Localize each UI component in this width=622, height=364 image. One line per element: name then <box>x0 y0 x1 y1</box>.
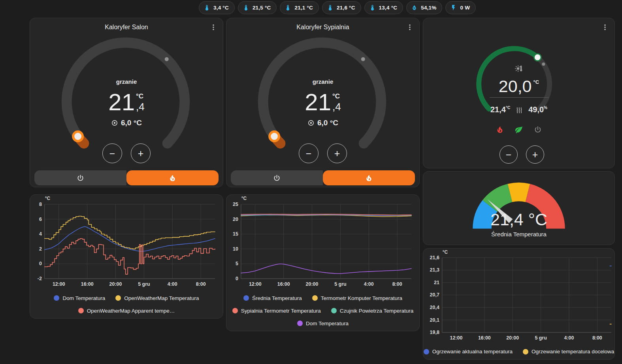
mode-off-button[interactable] <box>533 125 542 134</box>
legend-row: Średnia TemperaturaTermometr Komputer Te… <box>226 292 419 304</box>
legend-dot <box>424 349 429 355</box>
y-tick-label: 21 <box>434 280 439 285</box>
divider <box>490 97 549 98</box>
y-tick-label: 10 <box>233 246 238 252</box>
legend-label: OpenWeatherMap Temperatura <box>124 295 199 301</box>
status-badge[interactable]: 54,1% <box>406 1 442 14</box>
history-chart-card-rooms: °C252015105012:0016:0020:005 gru4:008:00… <box>226 194 420 331</box>
x-tick-label: 4:00 <box>364 281 374 287</box>
legend-dot <box>297 321 303 326</box>
status-badge[interactable]: 21,5 °C <box>238 1 277 14</box>
current-temp-dot <box>361 57 365 61</box>
y-axis-unit: °C <box>241 196 247 201</box>
x-tick-label: 5 gru <box>334 281 346 287</box>
dial-handle[interactable] <box>270 132 279 141</box>
mode-heat-button[interactable] <box>496 125 504 134</box>
legend-item[interactable]: Ogrzewanie aktualna temperatura <box>424 349 513 355</box>
legend-row: Dom Temperatura <box>226 317 419 330</box>
badge-value: 21,6 °C <box>337 5 355 11</box>
status-badge[interactable]: 13,4 °C <box>364 1 403 14</box>
chart-legend: Średnia TemperaturaTermometr Komputer Te… <box>226 292 419 330</box>
thermometer-icon <box>243 4 249 11</box>
status-badge[interactable]: 21,6 °C <box>322 1 361 14</box>
legend-dot <box>523 349 528 355</box>
menu-button[interactable] <box>599 22 611 33</box>
legend-item[interactable]: OpenWeatherMap Apparent tempe… <box>78 308 175 314</box>
hvac-action-label: grzanie <box>226 78 419 85</box>
menu-button[interactable] <box>404 22 415 33</box>
hvac-mode-toggle <box>34 170 219 185</box>
thermostat-card-salon: Kaloryfer Salon grzanie 21 °C ,4 6,0 °C … <box>30 18 223 187</box>
history-chart: °C86420-212:0016:0020:005 gru4:008:00 <box>30 195 223 291</box>
badge-value: 13,4 °C <box>379 5 398 11</box>
dial-handle[interactable] <box>73 132 83 141</box>
x-tick-label: 8:00 <box>196 281 206 287</box>
dial-handle[interactable] <box>534 54 541 61</box>
mode-off-button[interactable] <box>231 170 323 185</box>
legend-item[interactable]: Dom Temperatura <box>54 295 105 301</box>
increase-temp-button[interactable]: + <box>327 143 347 163</box>
mode-buttons <box>423 125 614 134</box>
mode-heat-button[interactable] <box>323 170 415 185</box>
legend-item[interactable]: Sypialnia Termometr Temperatura <box>232 308 321 314</box>
target-temp-value: 20,0 <box>499 77 532 95</box>
gauge-card: 21,4 °C Średnia Temperatura <box>423 171 615 245</box>
mode-heat-button[interactable] <box>126 170 219 185</box>
gauge-label: Średnia Temperatura <box>423 231 614 238</box>
legend-dot <box>331 308 337 313</box>
dots-vertical-icon <box>601 23 609 32</box>
water-percent-icon <box>411 4 418 11</box>
y-tick-label: 21,3 <box>430 267 439 273</box>
y-tick-label: 21,6 <box>430 255 439 260</box>
y-tick-label: 8 <box>39 202 42 207</box>
power-icon <box>273 174 281 182</box>
legend-item[interactable]: OpenWeatherMap Temperatura <box>115 295 199 301</box>
mode-eco-button[interactable] <box>515 125 523 134</box>
legend-label: Sypialnia Termometr Temperatura <box>241 308 321 314</box>
target-temperature: 21 °C ,4 <box>30 90 223 115</box>
legend-label: Czujnik Powietrza Temperatura <box>340 308 414 314</box>
status-badge[interactable]: 21,1 °C <box>280 1 319 14</box>
legend-label: Termometr Komputer Temperatura <box>321 295 402 301</box>
status-badge[interactable]: 0 W <box>445 1 476 14</box>
increase-temp-button[interactable]: + <box>526 145 544 164</box>
y-tick-label: 20,1 <box>430 317 439 323</box>
flash-icon <box>450 4 457 11</box>
current-temperature: 21,4°C <box>490 105 510 114</box>
target-temperature: 20,0 °C <box>423 77 614 95</box>
x-tick-label: 12:00 <box>249 281 262 287</box>
flame-icon <box>365 174 373 182</box>
legend-label: Ogrzewanie aktualna temperatura <box>432 349 513 355</box>
y-tick-label: 20,4 <box>430 305 439 310</box>
flame-icon <box>168 174 177 182</box>
decrease-temp-button[interactable]: − <box>102 143 122 163</box>
legend-item[interactable]: Dom Temperatura <box>297 321 349 326</box>
current-stats: 21,4°C 49,0% <box>423 105 614 114</box>
legend-item[interactable]: Czujnik Powietrza Temperatura <box>331 308 414 314</box>
target-temp-integer: 21 <box>108 90 135 115</box>
status-badge[interactable]: 3,4 °C <box>199 1 235 14</box>
secondary-temperature-value: 6,0 °C <box>317 119 338 127</box>
increase-temp-button[interactable]: + <box>131 143 151 163</box>
series-line <box>45 238 215 274</box>
legend-row: Ogrzewanie aktualna temperaturaOgrzewani… <box>423 345 614 358</box>
sun-thermometer-icon-row <box>423 64 614 73</box>
legend-item[interactable]: Termometr Komputer Temperatura <box>312 295 402 301</box>
history-chart: °C21,621,32120,720,420,119,812:0016:0020… <box>423 249 614 345</box>
y-tick-label: 25 <box>233 202 238 207</box>
x-tick-label: 16:00 <box>478 335 491 341</box>
x-tick-label: 20:00 <box>306 281 319 287</box>
x-tick-label: 20:00 <box>109 281 122 287</box>
y-axis-unit: °C <box>45 196 51 201</box>
decrease-temp-button[interactable]: − <box>499 145 518 164</box>
current-temp-dot <box>165 57 169 61</box>
current-temperature-icon <box>307 119 315 126</box>
legend-dot <box>312 295 318 301</box>
mode-off-button[interactable] <box>34 170 126 185</box>
target-temp-decimal: ,4 <box>136 102 145 112</box>
legend-item[interactable]: Średnia Temperatura <box>243 295 302 301</box>
legend-dot <box>243 295 249 301</box>
legend-item[interactable]: Ogrzewanie temperatura docelowa <box>523 349 614 355</box>
decrease-temp-button[interactable]: − <box>299 143 319 163</box>
menu-button[interactable] <box>208 22 219 33</box>
